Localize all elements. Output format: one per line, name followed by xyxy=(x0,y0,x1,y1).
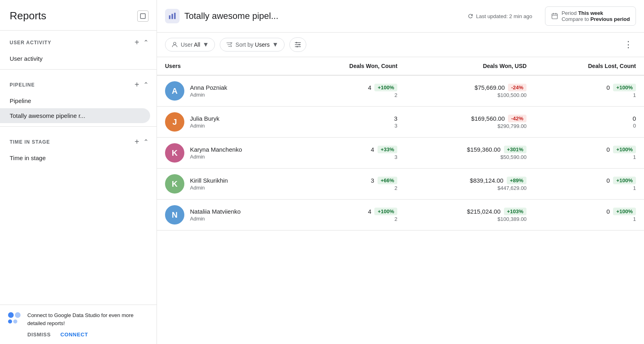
table-row: K Kirill Skurikhin Admin 3 +66% 2 $839,1… xyxy=(157,169,644,200)
user-role: Admin xyxy=(190,92,227,98)
dismiss-button[interactable]: DISMISS xyxy=(27,332,51,338)
usd-badge: +103% xyxy=(504,208,527,215)
user-filter[interactable]: User All ▼ xyxy=(165,38,215,51)
lost-values: 0 +100% 1 xyxy=(543,146,636,160)
data-table-container: Users Deals Won, Count Deals Won, USD De… xyxy=(157,57,644,344)
deals-won-usd-cell: $215,024.00 +103% $100,389.00 xyxy=(405,200,535,231)
usd-main: $839,124.00 xyxy=(470,177,503,184)
footer-text: Connect to Google Data Studio for even m… xyxy=(27,311,149,327)
sidebar-collapse-button[interactable] xyxy=(137,10,149,22)
avatar: K xyxy=(165,174,184,194)
user-name: Karyna Manchenko xyxy=(190,146,242,153)
avatar: K xyxy=(165,143,184,163)
lost-main: 0 xyxy=(633,115,636,122)
compare-value: Previous period xyxy=(590,16,630,22)
page-title: Totally awesome pipel... xyxy=(184,11,462,21)
lost-badge: +100% xyxy=(613,177,636,184)
deals-won-usd-cell: $75,669.00 -24% $100,500.00 xyxy=(405,75,535,107)
more-options-button[interactable]: ⋮ xyxy=(621,38,636,51)
user-filter-arrow: ▼ xyxy=(202,41,209,48)
usd-badge: +89% xyxy=(507,177,527,184)
sidebar-item-totally-awesome[interactable]: Totally awesome pipeline r... xyxy=(0,108,150,123)
count-values: 4 +100% 2 xyxy=(304,84,398,98)
count-prev: 3 xyxy=(394,123,397,129)
add-user-activity-icon[interactable]: + xyxy=(134,38,139,47)
deals-won-count-cell: 4 +100% 2 xyxy=(296,200,406,231)
section-actions-time-in-stage: + ⌃ xyxy=(134,137,149,146)
lost-prev: 1 xyxy=(633,216,636,222)
usd-main: $159,360.00 xyxy=(467,146,500,153)
column-header-deals-won-usd: Deals Won, USD xyxy=(405,57,535,75)
collapse-user-activity-icon[interactable]: ⌃ xyxy=(143,39,149,46)
section-actions-pipeline: + ⌃ xyxy=(134,80,149,89)
usd-main: $169,560.00 xyxy=(471,115,505,122)
count-badge: +100% xyxy=(374,84,397,91)
sidebar: Reports USER ACTIVITY + ⌃ User activity … xyxy=(0,0,157,344)
usd-badge: -42% xyxy=(508,115,526,122)
lost-values: 0 +100% 1 xyxy=(543,208,636,222)
user-name: Anna Pozniak xyxy=(190,84,227,91)
svg-point-6 xyxy=(296,42,297,43)
count-prev: 2 xyxy=(394,216,397,222)
sidebar-item-pipeline[interactable]: Pipeline xyxy=(0,93,150,108)
table-row: J Julia Buryk Admin 3 3 $169,560.00 -42%… xyxy=(157,107,644,138)
user-info: Anna Pozniak Admin xyxy=(190,84,227,98)
svg-point-5 xyxy=(173,42,176,45)
deals-won-count-cell: 3 3 xyxy=(296,107,406,138)
usd-prev: $447,629.00 xyxy=(497,185,526,191)
count-main: 4 xyxy=(368,208,371,215)
usd-main: $75,669.00 xyxy=(475,84,505,91)
deals-won-usd-cell: $839,124.00 +89% $447,629.00 xyxy=(405,169,535,200)
add-time-in-stage-icon[interactable]: + xyxy=(134,137,139,146)
usd-values: $75,669.00 -24% $100,500.00 xyxy=(413,84,526,98)
collapse-pipeline-icon[interactable]: ⌃ xyxy=(143,81,149,89)
count-main: 3 xyxy=(371,177,374,184)
period-selector[interactable]: Period This week Compare to Previous per… xyxy=(545,6,636,26)
usd-prev: $50,590.00 xyxy=(500,154,526,160)
count-values: 4 +33% 3 xyxy=(304,146,398,160)
user-info: Julia Buryk Admin xyxy=(190,115,219,129)
avatar: A xyxy=(165,81,184,101)
deals-lost-count-cell: 0 +100% 1 xyxy=(535,75,644,107)
user-name: Nataliia Matviienko xyxy=(190,208,241,215)
lost-main: 0 xyxy=(607,84,610,91)
section-actions-user-activity: + ⌃ xyxy=(134,38,149,47)
collapse-time-in-stage-icon[interactable]: ⌃ xyxy=(143,138,149,146)
count-badge: +66% xyxy=(378,177,398,184)
filter-columns-button[interactable] xyxy=(289,37,306,52)
svg-rect-0 xyxy=(140,14,145,19)
usd-badge: +301% xyxy=(504,146,527,153)
connect-button[interactable]: CONNECT xyxy=(60,332,88,338)
sidebar-section-pipeline: PIPELINE + ⌃ Pipeline Totally awesome pi… xyxy=(0,73,157,123)
count-values: 3 3 xyxy=(304,115,398,129)
sidebar-header: Reports xyxy=(0,0,157,31)
user-role: Admin xyxy=(190,154,242,160)
table-header-row: Users Deals Won, Count Deals Won, USD De… xyxy=(157,57,644,75)
lost-prev: 1 xyxy=(633,185,636,191)
table-row: N Nataliia Matviienko Admin 4 +100% 2 $2… xyxy=(157,200,644,231)
sort-filter[interactable]: Sort by Users ▼ xyxy=(220,38,285,51)
user-cell: J Julia Buryk Admin xyxy=(157,107,296,138)
period-value: This week xyxy=(578,10,603,16)
count-prev: 2 xyxy=(394,185,397,191)
sort-icon xyxy=(226,41,233,48)
columns-filter-icon xyxy=(294,41,302,49)
lost-badge: +100% xyxy=(613,208,636,215)
sidebar-section-time-in-stage: TIME IN STAGE + ⌃ Time in stage xyxy=(0,130,157,165)
user-role: Admin xyxy=(190,216,241,222)
sidebar-item-user-activity[interactable]: User activity xyxy=(0,51,150,66)
sort-filter-label: Sort by Users xyxy=(235,41,270,48)
deals-lost-count-cell: 0 0 xyxy=(535,107,644,138)
deals-won-usd-cell: $159,360.00 +301% $50,590.00 xyxy=(405,138,535,169)
sidebar-item-time-in-stage[interactable]: Time in stage xyxy=(0,150,150,165)
lost-values: 0 +100% 1 xyxy=(543,177,636,191)
user-info: Kirill Skurikhin Admin xyxy=(190,177,228,191)
sidebar-section-user-activity: USER ACTIVITY + ⌃ User activity xyxy=(0,31,157,66)
filters-bar: User All ▼ Sort by Users ▼ ⋮ xyxy=(157,33,644,57)
section-header-time-in-stage: TIME IN STAGE + ⌃ xyxy=(0,130,157,150)
section-title-pipeline: PIPELINE xyxy=(10,82,35,88)
deals-lost-count-cell: 0 +100% 1 xyxy=(535,169,644,200)
lost-main: 0 xyxy=(607,146,610,153)
lost-main: 0 xyxy=(607,208,610,215)
add-pipeline-icon[interactable]: + xyxy=(134,80,139,89)
